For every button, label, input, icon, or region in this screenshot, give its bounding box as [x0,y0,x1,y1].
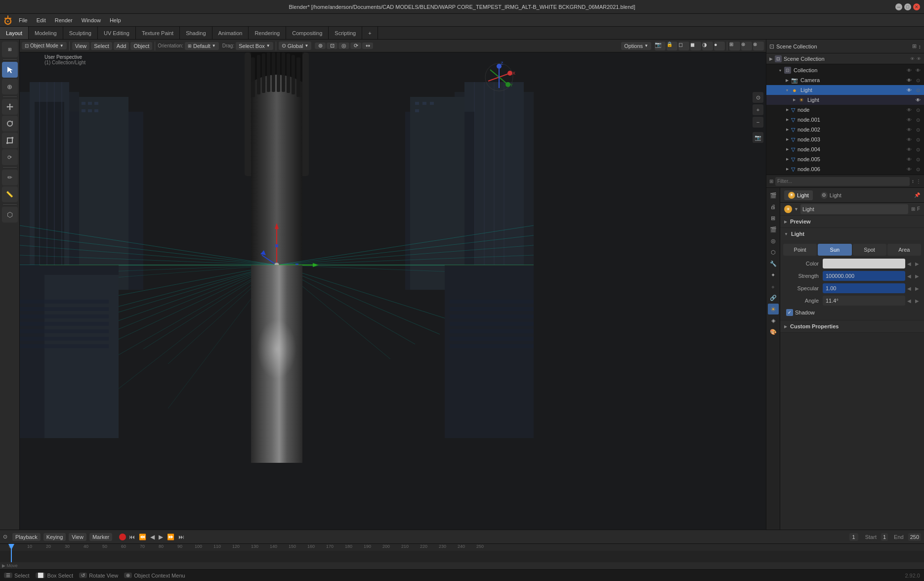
select-tool-button[interactable] [2,62,18,78]
prop-constraints-btn[interactable]: 🔗 [768,292,779,303]
jump-end-btn[interactable]: ⏭ [177,533,185,541]
toggle-header-button[interactable]: ⊞ [2,42,18,57]
extra-btn1[interactable]: ⟳ [350,43,361,49]
gizmo-toggle[interactable]: ⊛ [741,42,752,50]
tab-shading[interactable]: Shading [180,27,212,39]
collection-toggle[interactable] [777,67,783,73]
camera-view-mini[interactable]: 📷 [753,132,763,143]
prop-view-layer-btn[interactable]: ⊞ [768,213,779,223]
prop-object-data-btn[interactable]: ☀ [768,304,779,314]
xray-toggle[interactable]: ⊗ [753,42,764,50]
strength-input[interactable]: 100000.000 [823,271,905,281]
light-type-spot[interactable]: Spot [853,244,886,256]
play-reverse-btn[interactable]: ◀ [149,533,156,541]
prop-scene-btn[interactable]: 🎬 [768,224,779,235]
light-vis2[interactable]: ⊙ [914,86,922,94]
close-button[interactable]: ✕ [913,3,920,10]
node-vis2[interactable]: ⊙ [914,106,922,114]
angle-arrow[interactable]: ◀ [905,296,913,306]
view-menu-button[interactable]: View [72,42,90,50]
outliner-item-node[interactable]: ▶ ▽ node 👁 ⊙ [766,105,924,115]
end-frame[interactable]: 250 [908,533,921,541]
add-object-button[interactable]: ⬡ [2,207,18,223]
color-arrow[interactable]: ◀ [905,259,913,268]
tab-modeling[interactable]: Modeling [29,27,63,39]
outliner-item-node001[interactable]: ▶ ▽ node.001 👁 ⊙ [766,115,924,125]
measure-button[interactable]: 📏 [2,186,18,202]
light-type-sun[interactable]: Sun [818,244,851,256]
outliner-item-node005[interactable]: ▶ ▽ node.005 👁 ⊙ [766,154,924,164]
annotate-button[interactable]: ✏ [2,170,18,185]
overlay-toggle[interactable]: ⊞ [729,42,740,50]
zoom-in-btn[interactable]: + [753,104,763,115]
outliner-item-collection[interactable]: ⊡ Collection 👁 👁 [766,65,924,75]
light-toggle[interactable] [784,87,790,93]
specular-input[interactable]: 1.00 [823,283,905,293]
timeline-playhead[interactable] [11,544,12,562]
collection-vis2[interactable]: 👁 [914,66,922,74]
object-menu-button[interactable]: Object [130,42,152,50]
tab-animation[interactable]: Animation [212,27,249,39]
keying-menu[interactable]: Keying [43,533,66,541]
light-type-point[interactable]: Point [783,244,817,256]
timeline-type-icon[interactable]: ⊙ [3,534,7,540]
angle-arrow2[interactable]: ▶ [913,296,921,306]
prop-physics-btn[interactable]: ⬦ [768,281,779,292]
step-back-btn[interactable]: ⏪ [138,533,147,541]
light-name-input[interactable]: Light [800,204,908,214]
outliner-filter-icon2[interactable]: ⊞ [769,179,773,184]
outliner-item-camera[interactable]: ▶ 📷 Camera 👁 ⊙ [766,75,924,85]
proportional-button[interactable]: ◎ [338,43,349,49]
scene-vis-icon2[interactable]: 👁 [917,56,921,61]
start-frame[interactable]: 1 [881,533,888,541]
prop-render-btn[interactable]: 🎬 [768,190,779,201]
play-forward-btn[interactable]: ▶ [158,533,164,541]
prop-modifier-btn[interactable]: 🔧 [768,258,779,269]
viewport-shading-1[interactable]: ◻ [678,42,689,50]
current-frame-display[interactable]: 1 [849,533,858,541]
tab-layout[interactable]: Layout [0,27,29,39]
transform-tool-button[interactable]: ⟳ [2,149,18,165]
preview-header[interactable]: ▶ Preview [780,216,924,227]
outliner-filter-icon[interactable]: ⊞ [912,43,917,49]
outliner-item-node006[interactable]: ▶ ▽ node.006 👁 ⊙ [766,164,924,174]
zoom-out-btn[interactable]: − [753,117,763,128]
scale-tool-button[interactable] [2,133,18,148]
tab-uv-editing[interactable]: UV Editing [98,27,136,39]
light-section-header[interactable]: ▼ Light [780,228,924,240]
specular-arrow2[interactable]: ▶ [913,283,921,293]
custom-props-header[interactable]: ▶ Custom Properties [780,320,924,332]
viewport-3d[interactable]: User Perspective (1) Collection/Light [20,52,766,530]
scene-vis-icon[interactable]: 👁 [910,56,915,61]
extra-btn2[interactable]: ↭ [362,43,373,49]
pivot-button[interactable]: ⊚ [315,43,326,49]
add-menu-button[interactable]: Add [114,42,129,50]
angle-input[interactable]: 11.4° [823,296,905,306]
outliner-item-node003[interactable]: ▶ ▽ node.003 👁 ⊙ [766,134,924,144]
outliner-item-light-data[interactable]: ▶ ☀ Light 👁 [766,95,924,105]
light-type-area[interactable]: Area [887,244,921,256]
tab-rendering[interactable]: Rendering [249,27,286,39]
minimize-button[interactable]: ─ [895,3,902,10]
camera-view-btn[interactable]: 📷 [655,42,666,50]
transform-dropdown[interactable]: ⊙ Global ▼ [279,42,312,50]
scene-expand-toggle[interactable]: ▶ [769,56,773,61]
record-btn[interactable] [119,534,126,540]
light-name-copy-icon[interactable]: ⊞ [911,206,915,212]
menu-help[interactable]: Help [106,16,125,24]
jump-start-btn[interactable]: ⏮ [128,533,136,541]
viewport-shading-3[interactable]: ◑ [702,42,713,50]
viewport-shading-2[interactable]: ◼ [690,42,701,50]
options-button[interactable]: Options ▼ [621,42,651,50]
tab-texture-paint[interactable]: Texture Paint [136,27,180,39]
outliner-item-light[interactable]: ● Light 👁 ⊙ [766,85,924,95]
outliner-filter-options[interactable]: ⋮ [916,179,921,184]
outliner-filter-sort[interactable]: ↕ [912,179,914,184]
light-pin-btn[interactable]: 📌 [914,192,920,198]
specular-arrow[interactable]: ◀ [905,283,913,293]
cursor-tool-button[interactable]: ⊕ [2,79,18,94]
lock-camera-btn[interactable]: 🔒 [667,42,677,50]
playback-menu[interactable]: Playback [12,533,41,541]
color-arrow2[interactable]: ▶ [913,259,921,268]
outliner-type-icon[interactable]: ⊡ [769,43,774,50]
